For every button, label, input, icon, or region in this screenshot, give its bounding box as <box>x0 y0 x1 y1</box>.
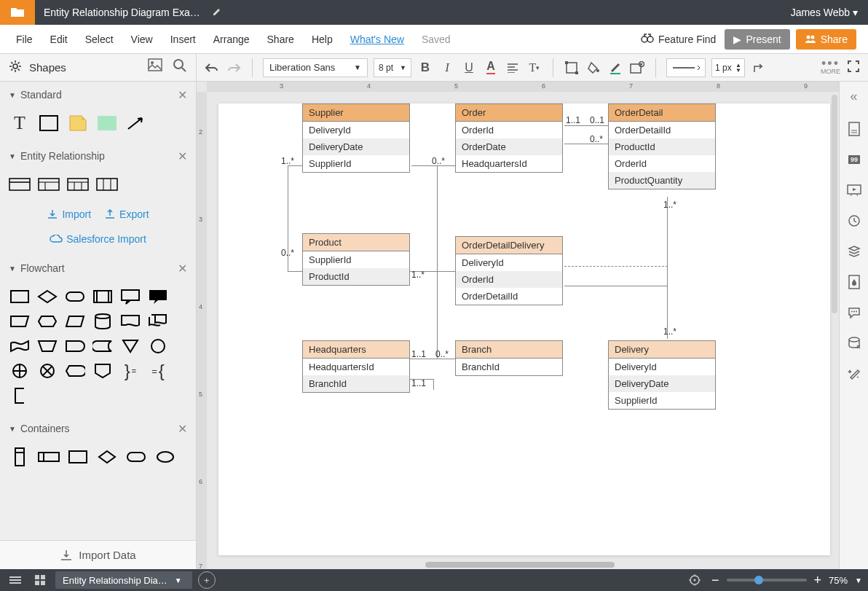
rel-line[interactable] <box>667 197 668 339</box>
vertical-scrollbar[interactable] <box>832 95 837 313</box>
fc-connector[interactable] <box>147 337 169 356</box>
shape-er-4[interactable] <box>96 175 118 194</box>
zoom-out-icon[interactable]: − <box>711 573 719 588</box>
comment-icon[interactable]: 99 <box>845 151 863 168</box>
entity-orderdetaildelivery[interactable]: OrderDetailDelivery DeliveryId OrderId O… <box>455 236 563 305</box>
ct-2[interactable] <box>38 447 60 466</box>
fc-offpage[interactable] <box>92 361 114 380</box>
fc-multidoc[interactable] <box>147 312 169 331</box>
menu-select[interactable]: Select <box>76 34 122 45</box>
line-width-select[interactable]: 1 px▲▼ <box>711 58 745 77</box>
redo-icon[interactable] <box>226 60 242 76</box>
fc-predef[interactable] <box>92 287 114 306</box>
close-icon[interactable]: ✕ <box>178 88 187 102</box>
fc-display[interactable] <box>64 361 86 380</box>
ct-5[interactable] <box>125 447 147 466</box>
fc-callout[interactable] <box>119 287 141 306</box>
rel-line[interactable] <box>288 271 302 272</box>
add-page-button[interactable]: + <box>198 571 216 589</box>
entity-orderdetail[interactable]: OrderDetail OrderDetailId ProductId Orde… <box>608 103 716 189</box>
share-button[interactable]: Share <box>796 29 856 50</box>
canvas[interactable]: 1..* 0..* 0..* 1..* 1..1 0..1 0..* 1..1 … <box>207 92 839 569</box>
import-link[interactable]: Import <box>47 208 91 220</box>
shape-note[interactable] <box>67 114 89 133</box>
shape-arrow[interactable] <box>125 114 147 133</box>
shape-er-1[interactable] <box>9 175 31 194</box>
entity-product[interactable]: Product SupplierId ProductId <box>302 233 410 286</box>
entity-delivery[interactable]: Delivery DeliveryId DeliveryDate Supplie… <box>608 340 716 410</box>
shape-er-3[interactable] <box>67 175 89 194</box>
fc-callout2[interactable] <box>147 287 169 306</box>
grid-view-icon[interactable] <box>31 572 50 588</box>
fc-trap[interactable] <box>36 337 58 356</box>
rel-line[interactable] <box>437 165 438 251</box>
line-routing-icon[interactable] <box>751 60 767 76</box>
rel-line-dashed[interactable] <box>564 266 668 267</box>
underline-icon[interactable]: U <box>461 60 477 76</box>
undo-icon[interactable] <box>204 60 220 76</box>
zoom-slider[interactable] <box>727 579 807 582</box>
panel-standard-header[interactable]: ▼Standard✕ <box>0 82 196 108</box>
fc-diamond[interactable] <box>36 287 58 306</box>
document-title[interactable]: Entity Relationship Diagram Exa… <box>35 7 209 18</box>
rel-line[interactable] <box>564 125 608 126</box>
user-menu[interactable]: James Webb ▾ <box>781 7 868 18</box>
menu-arrange[interactable]: Arrange <box>205 34 259 45</box>
zoom-in-icon[interactable]: + <box>814 573 822 588</box>
fc-parallelogram[interactable] <box>64 312 86 331</box>
fc-hex[interactable] <box>36 312 58 331</box>
horizontal-scrollbar[interactable] <box>425 562 615 568</box>
shape-er-2[interactable] <box>38 175 60 194</box>
panel-er-header[interactable]: ▼Entity Relationship✕ <box>0 143 196 169</box>
fc-manual[interactable] <box>9 312 31 331</box>
fc-rect[interactable] <box>9 287 31 306</box>
page[interactable]: 1..* 0..* 0..* 1..* 1..1 0..1 0..* 1..1 … <box>218 103 830 555</box>
fc-sum[interactable] <box>36 361 58 380</box>
more-tools[interactable]: ••• MORE <box>821 60 840 75</box>
history-icon[interactable] <box>845 212 863 230</box>
fc-brace-eq[interactable]: ={ <box>147 361 169 380</box>
font-select[interactable]: Liberation Sans▼ <box>263 58 368 77</box>
rel-line[interactable] <box>437 251 438 359</box>
text-more-icon[interactable]: T▾ <box>526 60 542 76</box>
align-icon[interactable] <box>505 60 521 76</box>
panel-containers-header[interactable]: ▼Containers✕ <box>0 415 196 442</box>
entity-headquarters[interactable]: Headquarters HeadquartersId BranchId <box>302 340 410 393</box>
ct-6[interactable] <box>154 447 176 466</box>
panel-flowchart-header[interactable]: ▼Flowchart✕ <box>0 255 196 281</box>
import-data-button[interactable]: Import Data <box>0 540 196 569</box>
line-color-icon[interactable] <box>607 60 623 76</box>
collapse-icon[interactable]: « <box>850 89 857 104</box>
shape-rect[interactable] <box>38 114 60 133</box>
database-icon[interactable] <box>845 334 863 352</box>
entity-order[interactable]: Order OrderId OrderDate HeadquartersId <box>455 103 563 173</box>
shape-box-icon[interactable] <box>564 60 580 76</box>
menu-edit[interactable]: Edit <box>42 34 76 45</box>
menu-insert[interactable]: Insert <box>162 34 205 45</box>
chat-icon[interactable] <box>845 304 863 321</box>
text-color-icon[interactable]: A <box>483 60 499 76</box>
menu-whatsnew[interactable]: What's New <box>342 34 413 45</box>
zoom-value[interactable]: 75% <box>829 575 848 586</box>
menu-help[interactable]: Help <box>303 34 342 45</box>
entity-supplier[interactable]: Supplier DeliveryId DeliveryDate Supplie… <box>302 103 410 173</box>
fc-tape[interactable] <box>9 337 31 356</box>
ct-4[interactable] <box>96 447 118 466</box>
ct-1[interactable] <box>9 447 31 466</box>
export-link[interactable]: Export <box>104 208 149 220</box>
salesforce-link[interactable]: Salesforce Import <box>50 233 146 245</box>
close-icon[interactable]: ✕ <box>178 422 187 436</box>
shape-options-icon[interactable] <box>629 60 645 76</box>
fc-brace-r[interactable]: }= <box>119 361 141 380</box>
shape-block[interactable] <box>96 114 118 133</box>
fc-terminator[interactable] <box>64 287 86 306</box>
search-icon[interactable] <box>173 58 187 77</box>
italic-icon[interactable]: I <box>439 60 455 76</box>
fullscreen-icon[interactable] <box>848 60 859 75</box>
fc-or[interactable] <box>9 361 31 380</box>
bold-icon[interactable]: B <box>417 60 433 76</box>
gear-icon[interactable] <box>9 60 22 76</box>
size-select[interactable]: 8 pt▼ <box>374 58 411 77</box>
fc-merge[interactable] <box>119 337 141 356</box>
magic-icon[interactable] <box>845 365 863 383</box>
